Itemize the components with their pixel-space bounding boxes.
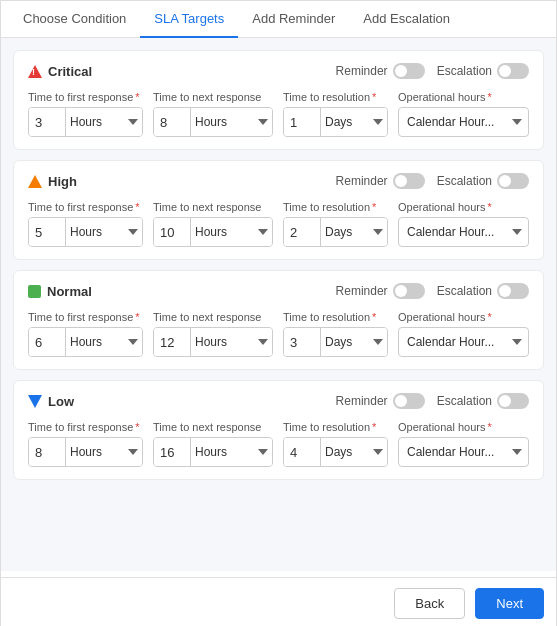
back-button[interactable]: Back	[394, 588, 465, 619]
low-first-response-input[interactable]	[29, 438, 65, 466]
normal-op-hours-select[interactable]: Calendar Hour...Business Hours24/7	[398, 327, 529, 357]
high-card: High Reminder Escalation Time to	[13, 160, 544, 260]
critical-escalation-toggle[interactable]	[497, 63, 529, 79]
normal-reminder-group: Reminder	[336, 283, 425, 299]
critical-label: Critical	[28, 64, 92, 79]
low-resolution-input-row: DaysHoursMinutes	[283, 437, 388, 467]
tab-add-escalation[interactable]: Add Escalation	[349, 1, 464, 38]
low-reminder-toggle[interactable]	[393, 393, 425, 409]
normal-header: Normal Reminder Escalation	[28, 283, 529, 299]
low-next-response-input[interactable]	[154, 438, 190, 466]
high-next-response-unit[interactable]: HoursDaysMinutes	[190, 218, 272, 246]
high-toggles: Reminder Escalation	[336, 173, 529, 189]
high-op-hours: Operational hours* Calendar Hour...Busin…	[398, 201, 529, 247]
normal-first-response: Time to first response* HoursDaysMinutes	[28, 311, 143, 357]
normal-next-response-input-row: HoursDaysMinutes	[153, 327, 273, 357]
high-next-response-input-row: HoursDaysMinutes	[153, 217, 273, 247]
normal-icon	[28, 285, 41, 298]
critical-next-response-input-row: HoursDaysMinutes	[153, 107, 273, 137]
normal-card: Normal Reminder Escalation Time t	[13, 270, 544, 370]
low-fields: Time to first response* HoursDaysMinutes…	[28, 421, 529, 467]
tab-sla-targets[interactable]: SLA Targets	[140, 1, 238, 38]
critical-op-hours-select[interactable]: Calendar Hour...Business Hours24/7	[398, 107, 529, 137]
low-escalation-label: Escalation	[437, 394, 492, 408]
critical-resolution-input[interactable]	[284, 108, 320, 136]
high-fields: Time to first response* HoursDaysMinutes…	[28, 201, 529, 247]
normal-first-response-unit[interactable]: HoursDaysMinutes	[65, 328, 142, 356]
low-text: Low	[48, 394, 74, 409]
low-card: Low Reminder Escalation Time to f	[13, 380, 544, 480]
low-first-response-unit[interactable]: HoursDaysMinutes	[65, 438, 142, 466]
normal-resolution-label: Time to resolution*	[283, 311, 388, 323]
critical-first-response-input-row: HoursDaysMinutes	[28, 107, 143, 137]
low-op-hours-select[interactable]: Calendar Hour...Business Hours24/7	[398, 437, 529, 467]
critical-reminder-toggle[interactable]	[393, 63, 425, 79]
low-op-hours: Operational hours* Calendar Hour...Busin…	[398, 421, 529, 467]
critical-resolution-unit[interactable]: DaysHoursMinutes	[320, 108, 387, 136]
low-label: Low	[28, 394, 74, 409]
high-first-response-input[interactable]	[29, 218, 65, 246]
normal-fields: Time to first response* HoursDaysMinutes…	[28, 311, 529, 357]
low-escalation-group: Escalation	[437, 393, 529, 409]
critical-first-response-input[interactable]	[29, 108, 65, 136]
high-label: High	[28, 174, 77, 189]
high-header: High Reminder Escalation	[28, 173, 529, 189]
normal-next-response-unit[interactable]: HoursDaysMinutes	[190, 328, 272, 356]
high-icon	[28, 175, 42, 188]
normal-escalation-toggle[interactable]	[497, 283, 529, 299]
high-op-hours-select[interactable]: Calendar Hour...Business Hours24/7	[398, 217, 529, 247]
low-reminder-label: Reminder	[336, 394, 388, 408]
high-first-response: Time to first response* HoursDaysMinutes	[28, 201, 143, 247]
tab-add-reminder[interactable]: Add Reminder	[238, 1, 349, 38]
critical-header: Critical Reminder Escalation	[28, 63, 529, 79]
low-resolution-input[interactable]	[284, 438, 320, 466]
high-escalation-group: Escalation	[437, 173, 529, 189]
page-wrapper: Choose Condition SLA Targets Add Reminde…	[1, 1, 556, 626]
normal-reminder-toggle[interactable]	[393, 283, 425, 299]
low-first-response: Time to first response* HoursDaysMinutes	[28, 421, 143, 467]
critical-text: Critical	[48, 64, 92, 79]
high-next-response-input[interactable]	[154, 218, 190, 246]
critical-first-response-label: Time to first response*	[28, 91, 143, 103]
normal-op-hours: Operational hours* Calendar Hour...Busin…	[398, 311, 529, 357]
normal-resolution-input-row: DaysHoursMinutes	[283, 327, 388, 357]
high-reminder-toggle[interactable]	[393, 173, 425, 189]
normal-resolution-input[interactable]	[284, 328, 320, 356]
normal-first-response-input[interactable]	[29, 328, 65, 356]
high-escalation-toggle[interactable]	[497, 173, 529, 189]
critical-toggles: Reminder Escalation	[336, 63, 529, 79]
critical-reminder-label: Reminder	[336, 64, 388, 78]
normal-resolution: Time to resolution* DaysHoursMinutes	[283, 311, 388, 357]
high-resolution-input-row: DaysHoursMinutes	[283, 217, 388, 247]
high-resolution-input[interactable]	[284, 218, 320, 246]
normal-reminder-label: Reminder	[336, 284, 388, 298]
normal-resolution-unit[interactable]: DaysHoursMinutes	[320, 328, 387, 356]
normal-next-response-label: Time to next response	[153, 311, 273, 323]
high-resolution-unit[interactable]: DaysHoursMinutes	[320, 218, 387, 246]
critical-next-response-input[interactable]	[154, 108, 190, 136]
next-button[interactable]: Next	[475, 588, 544, 619]
low-escalation-toggle[interactable]	[497, 393, 529, 409]
low-resolution: Time to resolution* DaysHoursMinutes	[283, 421, 388, 467]
normal-next-response-input[interactable]	[154, 328, 190, 356]
high-first-response-input-row: HoursDaysMinutes	[28, 217, 143, 247]
tab-choose-condition[interactable]: Choose Condition	[9, 1, 140, 38]
tabs-bar: Choose Condition SLA Targets Add Reminde…	[1, 1, 556, 38]
critical-first-response-unit[interactable]: HoursDaysMinutes	[65, 108, 142, 136]
low-next-response-input-row: HoursDaysMinutes	[153, 437, 273, 467]
critical-reminder-group: Reminder	[336, 63, 425, 79]
low-first-response-label: Time to first response*	[28, 421, 143, 433]
critical-next-response-label: Time to next response	[153, 91, 273, 103]
high-first-response-unit[interactable]: HoursDaysMinutes	[65, 218, 142, 246]
critical-escalation-label: Escalation	[437, 64, 492, 78]
high-resolution-label: Time to resolution*	[283, 201, 388, 213]
normal-label: Normal	[28, 284, 92, 299]
low-toggles: Reminder Escalation	[336, 393, 529, 409]
normal-escalation-group: Escalation	[437, 283, 529, 299]
low-next-response-unit[interactable]: HoursDaysMinutes	[190, 438, 272, 466]
low-first-response-input-row: HoursDaysMinutes	[28, 437, 143, 467]
low-header: Low Reminder Escalation	[28, 393, 529, 409]
critical-next-response-unit[interactable]: HoursDaysMinutes	[190, 108, 272, 136]
low-resolution-unit[interactable]: DaysHoursMinutes	[320, 438, 387, 466]
high-reminder-label: Reminder	[336, 174, 388, 188]
